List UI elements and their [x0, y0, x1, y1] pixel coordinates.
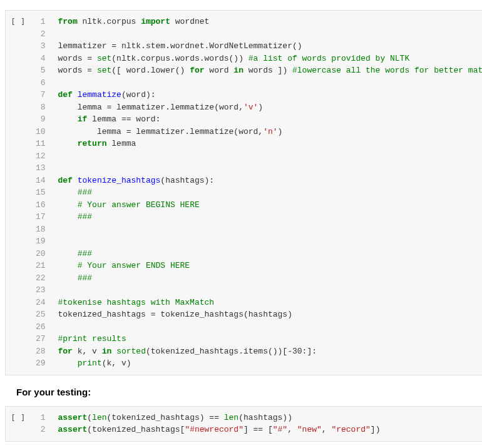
code-line[interactable] — [58, 77, 482, 89]
code-token: (nltk.corpus.words.words()) — [111, 54, 248, 63]
code-token: print — [78, 359, 102, 368]
code-token — [58, 249, 77, 258]
code-line[interactable]: from nltk.corpus import wordnet — [58, 16, 482, 28]
code-line[interactable]: ### — [58, 248, 482, 260]
code-token: for — [58, 347, 72, 356]
line-number: 2 — [31, 28, 45, 41]
code-token: "#" — [273, 425, 287, 434]
code-line[interactable]: ### — [58, 272, 482, 285]
code-token: assert — [58, 425, 87, 434]
code-token: lemma = lemmatizer.lemmatize(word, — [58, 103, 243, 112]
code-line[interactable]: words = set(nltk.corpus.words.words()) #… — [58, 53, 482, 65]
code-token: tokenized_hashtags = tokenize_hashtags(h… — [58, 310, 292, 319]
line-number: 19 — [31, 235, 45, 248]
code-token: lemmatizer = nltk.stem.wordnet.WordNetLe… — [58, 41, 302, 51]
code-token: ### — [78, 188, 92, 197]
code-token: def — [58, 176, 72, 185]
code-token: import — [141, 17, 170, 26]
code-editor[interactable]: assert(len(tokenized_hashtags) == len(ha… — [51, 407, 482, 441]
code-line[interactable] — [58, 235, 482, 248]
code-line[interactable] — [58, 28, 482, 41]
code-line[interactable] — [58, 284, 482, 297]
line-number: 27 — [31, 333, 45, 345]
code-line[interactable] — [58, 321, 482, 333]
code-token: 30 — [292, 347, 302, 356]
code-line[interactable]: lemmatizer = nltk.stem.wordnet.WordNetLe… — [58, 40, 482, 53]
code-line[interactable]: ### — [58, 186, 482, 199]
code-token: ### — [78, 273, 92, 283]
code-token: :]: — [302, 347, 317, 356]
code-token: ### — [78, 249, 92, 258]
code-token: word — [205, 66, 234, 75]
code-token — [58, 359, 77, 368]
line-number: 20 — [31, 248, 45, 260]
code-token — [58, 212, 77, 221]
code-line[interactable]: #print results — [58, 333, 482, 345]
code-token: ] == [ — [244, 425, 273, 434]
line-number: 21 — [31, 260, 45, 272]
code-line[interactable]: assert(len(tokenized_hashtags) == len(ha… — [58, 412, 482, 424]
code-line[interactable]: def tokenize_hashtags(hashtags): — [58, 175, 482, 187]
code-token: set — [97, 66, 111, 75]
code-token — [111, 347, 116, 356]
line-number: 6 — [31, 77, 45, 89]
code-token: in — [233, 66, 244, 75]
code-line[interactable]: print(k, v) — [58, 357, 482, 370]
line-number: 3 — [31, 40, 45, 53]
code-token: k, v — [73, 347, 102, 356]
code-line[interactable]: assert(tokenized_hashtags["#newrecord"] … — [58, 424, 482, 436]
code-token: words = — [58, 54, 96, 63]
code-line[interactable]: tokenized_hashtags = tokenize_hashtags(h… — [58, 308, 482, 321]
code-token: in — [102, 347, 112, 356]
code-editor[interactable]: from nltk.corpus import wordnet lemmatiz… — [51, 11, 482, 375]
code-line[interactable]: lemma = lemmatizer.lemmatize(word,'n') — [58, 126, 482, 138]
code-token — [73, 90, 78, 99]
code-token: ### — [78, 212, 92, 221]
code-token: ) — [258, 103, 263, 112]
line-number: 24 — [31, 297, 45, 309]
code-line[interactable] — [58, 150, 482, 163]
code-line[interactable]: #tokenise hashtags with MaxMatch — [58, 297, 482, 309]
code-token — [58, 115, 77, 124]
code-token: (hashtags)) — [238, 413, 292, 422]
code-line[interactable]: words = set([ word.lower() for word in w… — [58, 64, 482, 77]
code-token: words ]) — [244, 66, 292, 75]
execution-marker[interactable]: [ ] — [6, 407, 31, 441]
line-number: 14 — [31, 175, 45, 187]
code-line[interactable]: ### — [58, 211, 482, 223]
code-token — [73, 176, 78, 185]
line-number: 9 — [31, 113, 45, 126]
code-token: ([ word.lower() — [111, 66, 190, 75]
code-line[interactable]: def lemmatize(word): — [58, 89, 482, 101]
code-token — [58, 273, 77, 283]
code-token: lemma — [107, 139, 136, 148]
line-number: 5 — [31, 64, 45, 77]
code-token: wordnet — [170, 17, 209, 26]
execution-marker[interactable]: [ ] — [6, 11, 31, 375]
code-token: #a list of words provided by NLTK — [249, 54, 409, 63]
code-token: (hashtags): — [160, 176, 214, 185]
line-number: 17 — [31, 211, 45, 223]
code-token: tokenize_hashtags — [78, 176, 161, 185]
code-line[interactable]: for k, v in sorted(tokenized_hashtags.it… — [58, 345, 482, 358]
code-token: (k, v) — [102, 359, 131, 368]
code-token: (tokenized_hashtags) == — [107, 413, 224, 422]
code-line[interactable] — [58, 223, 482, 236]
code-line[interactable]: return lemma — [58, 138, 482, 150]
line-number: 8 — [31, 101, 45, 114]
code-token: if — [78, 115, 88, 124]
code-line[interactable]: lemma = lemmatizer.lemmatize(word,'v') — [58, 101, 482, 114]
code-line[interactable]: if lemma == word: — [58, 113, 482, 126]
line-number: 4 — [31, 53, 45, 65]
line-number: 10 — [31, 126, 45, 138]
code-token: lemmatize — [78, 90, 121, 99]
code-cell-2[interactable]: [ ] 12 assert(len(tokenized_hashtags) ==… — [5, 406, 482, 442]
code-token: len — [224, 413, 238, 422]
code-line[interactable]: # Your answer ENDS HERE — [58, 260, 482, 272]
code-cell-1[interactable]: [ ] 123456789101112131415161718192021222… — [5, 10, 482, 375]
code-token: lemma = lemmatizer.lemmatize(word, — [58, 127, 263, 136]
code-line[interactable]: # Your answer BEGINS HERE — [58, 199, 482, 211]
code-token: return — [78, 139, 107, 148]
code-line[interactable] — [58, 162, 482, 175]
line-number-gutter: 12 — [31, 407, 51, 441]
